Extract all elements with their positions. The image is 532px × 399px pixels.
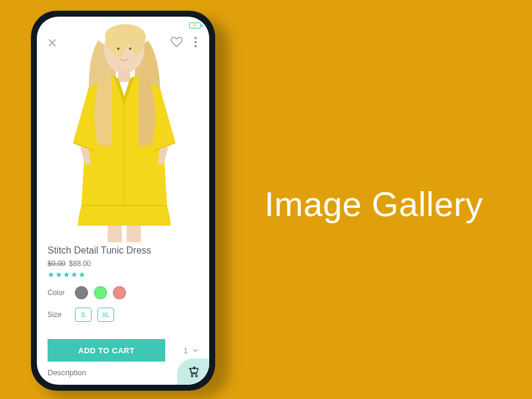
price-new: $88.00 <box>69 259 91 268</box>
rating-stars: ★★★★★ <box>48 270 199 279</box>
color-label: Color <box>48 289 69 297</box>
color-option-row: Color <box>48 286 199 299</box>
color-swatch-gray[interactable] <box>75 286 88 299</box>
color-swatch-green[interactable] <box>94 286 107 299</box>
add-to-cart-button[interactable]: ADD TO CART <box>48 339 165 362</box>
size-label: Size <box>48 311 69 319</box>
svg-rect-3 <box>127 226 141 242</box>
phone-frame: ⚡ <box>31 11 215 391</box>
svg-point-5 <box>129 48 131 50</box>
svg-point-7 <box>196 375 197 377</box>
product-title: Stitch Detail Tunic Dress <box>48 245 199 256</box>
product-image[interactable] <box>37 17 209 242</box>
quantity-value: 1 <box>184 346 188 355</box>
description-bar: Description <box>37 365 209 385</box>
cart-row: ADD TO CART 1 <box>48 339 199 362</box>
size-option-row: Size S XL <box>48 308 199 322</box>
price-old: $0.00 <box>48 259 65 268</box>
page-title: Image Gallery <box>265 184 483 224</box>
svg-point-6 <box>191 375 193 377</box>
quantity-stepper[interactable]: 1 <box>184 346 199 355</box>
chevron-down-icon <box>193 346 199 355</box>
phone-screen: ⚡ <box>37 17 209 385</box>
product-details: Stitch Detail Tunic Dress $0.00$88.00 ★★… <box>37 245 209 322</box>
size-option-s[interactable]: S <box>75 308 92 322</box>
svg-rect-1 <box>118 69 130 82</box>
size-option-xl[interactable]: XL <box>97 308 114 322</box>
svg-rect-2 <box>108 226 122 242</box>
svg-point-4 <box>117 48 119 50</box>
color-swatch-pink[interactable] <box>113 286 126 299</box>
price-row: $0.00$88.00 <box>48 259 199 268</box>
cart-fab-button[interactable] <box>177 359 209 385</box>
tab-description[interactable]: Description <box>48 368 86 377</box>
add-to-cart-icon <box>187 365 200 378</box>
